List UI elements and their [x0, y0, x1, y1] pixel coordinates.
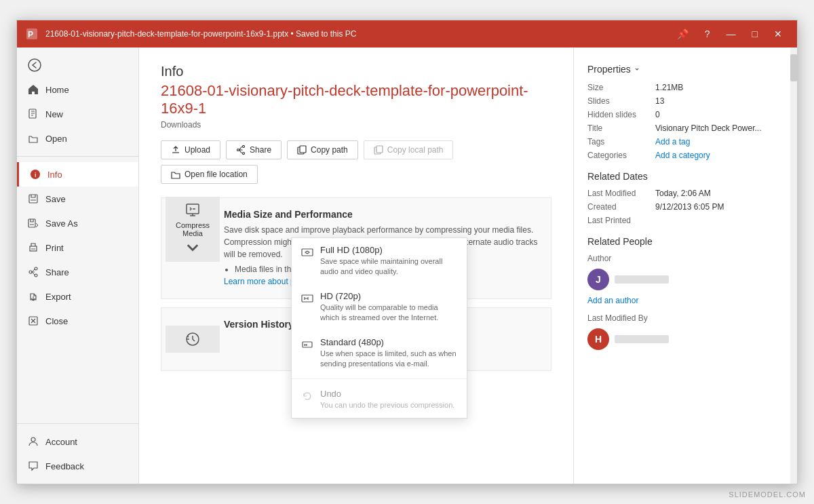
sidebar-item-feedback[interactable]: Feedback	[17, 454, 138, 478]
sidebar-item-info[interactable]: i Info	[17, 162, 138, 187]
media-size-card-title: Media Size and Performance	[224, 209, 540, 220]
version-history-icon	[185, 331, 201, 347]
sidebar-item-label: Open	[45, 134, 67, 144]
props-row-created: Created 9/12/2013 6:05 PM	[587, 202, 777, 212]
add-author-link[interactable]: Add an author	[587, 296, 777, 305]
compress-icon	[185, 202, 201, 218]
svg-rect-25	[303, 342, 312, 347]
titlebar-controls: 📌 ? — □ ✕	[670, 26, 789, 42]
back-button[interactable]	[17, 53, 138, 77]
add-category-link[interactable]: Add a category	[655, 151, 777, 160]
page-title: Info	[161, 64, 551, 79]
sidebar-item-save[interactable]: Save	[17, 187, 138, 211]
last-modified-by-row: Last Modified By	[587, 313, 777, 323]
compress-undo-option[interactable]: Undo You can undo the previous compressi…	[292, 382, 467, 417]
info-icon: i	[30, 169, 41, 180]
svg-point-13	[31, 438, 35, 442]
chevron-down-icon	[185, 240, 201, 256]
sidebar-bottom-divider	[17, 423, 138, 424]
props-row-slides: Slides 13	[587, 96, 777, 106]
svg-rect-20	[376, 146, 383, 153]
pin-button[interactable]: 📌	[670, 26, 695, 42]
help-button[interactable]: ?	[698, 26, 717, 42]
share-label: Share	[250, 145, 271, 155]
svg-rect-7	[28, 219, 35, 227]
add-tag-link[interactable]: Add a tag	[655, 137, 777, 147]
sidebar-item-share[interactable]: Share	[17, 260, 138, 284]
sidebar-item-home[interactable]: Home	[17, 77, 138, 102]
sidebar-item-close[interactable]: Close	[17, 309, 138, 333]
close-file-icon	[28, 315, 39, 326]
back-icon	[28, 58, 41, 72]
sidebar-item-label: Account	[45, 437, 77, 447]
svg-text:i: i	[35, 172, 37, 178]
svg-rect-6	[29, 195, 37, 203]
sidebar-item-label: Info	[47, 170, 62, 180]
sidebar-item-label: Close	[45, 316, 68, 326]
compress-standard-option[interactable]: Standard (480p) Use when space is limite…	[292, 330, 467, 376]
home-icon	[28, 84, 39, 95]
svg-rect-18	[300, 146, 306, 153]
author-name	[615, 275, 669, 284]
application-window: P 21608-01-visionary-pitch-deck-template…	[16, 20, 798, 484]
hd-icon	[301, 292, 313, 305]
sidebar-item-account[interactable]: Account	[17, 429, 138, 454]
new-icon	[28, 109, 39, 119]
account-icon	[28, 436, 39, 447]
compress-fullhd-option[interactable]: Full HD (1080p) Save space while maintai…	[292, 238, 467, 284]
props-row-last-modified: Last Modified Today, 2:06 AM	[587, 189, 777, 198]
undo-desc: You can undo the previous compression.	[320, 400, 457, 410]
sidebar-nav: Home New Open i Info Save	[17, 77, 138, 418]
compress-media-button-area: Compress Media	[172, 209, 213, 250]
maximize-button[interactable]: □	[745, 26, 764, 42]
share-icon	[28, 267, 39, 277]
related-people-title: Related People	[587, 236, 777, 247]
sidebar-item-label: New	[45, 109, 63, 119]
last-modified-person-row: H	[587, 328, 777, 350]
svg-rect-23	[302, 249, 313, 256]
share-button[interactable]: Share	[226, 140, 282, 159]
last-modified-avatar: H	[587, 328, 609, 350]
folder-icon	[171, 170, 180, 179]
file-location: Downloads	[161, 120, 551, 130]
author-person-row: J	[587, 269, 777, 290]
sidebar-item-new[interactable]: New	[17, 102, 138, 126]
sidebar-item-label: Save As	[45, 218, 78, 229]
sidebar-item-export[interactable]: Export	[17, 284, 138, 309]
sidebar-item-label: Share	[45, 267, 69, 277]
sidebar-divider	[17, 156, 138, 157]
sidebar-item-print[interactable]: Print	[17, 235, 138, 260]
related-dates-title: Related Dates	[587, 171, 777, 182]
author-row: Author	[587, 254, 777, 263]
props-row-last-printed: Last Printed	[587, 216, 777, 225]
properties-title: Properties	[587, 64, 777, 75]
sidebar-item-save-as[interactable]: Save As	[17, 211, 138, 235]
scroll-track[interactable]	[790, 47, 797, 484]
fullhd-icon	[301, 246, 313, 258]
hd-title: HD (720p)	[320, 291, 457, 301]
scroll-thumb[interactable]	[790, 54, 797, 81]
upload-label: Upload	[185, 145, 210, 155]
compress-hd-option[interactable]: HD (720p) Quality will be comparable to …	[292, 284, 467, 330]
open-file-location-button[interactable]: Open file location	[161, 165, 258, 184]
powerpoint-icon: P	[25, 27, 39, 41]
fullhd-title: Full HD (1080p)	[320, 245, 457, 255]
copy-local-path-button[interactable]: Copy local path	[364, 140, 454, 159]
svg-point-16	[237, 149, 239, 151]
standard-title: Standard (480p)	[320, 337, 457, 347]
sidebar: Home New Open i Info Save	[17, 47, 139, 484]
properties-table: Size 1.21MB Slides 13 Hidden slides 0 Ti…	[587, 83, 777, 160]
version-history-button[interactable]	[166, 326, 220, 353]
compress-media-button[interactable]: Compress Media	[166, 197, 220, 262]
open-icon	[28, 133, 39, 144]
minimize-button[interactable]: —	[720, 26, 743, 42]
close-window-button[interactable]: ✕	[767, 26, 789, 42]
upload-button[interactable]: Upload	[161, 140, 220, 159]
copy-local-icon	[374, 145, 383, 155]
standard-desc: Use when space is limited, such as when …	[320, 349, 457, 370]
copy-path-button[interactable]: Copy path	[287, 140, 358, 159]
fullhd-desc: Save space while maintaining overall aud…	[320, 256, 457, 277]
svg-point-11	[29, 271, 32, 273]
upload-icon	[171, 145, 180, 155]
sidebar-item-open[interactable]: Open	[17, 126, 138, 151]
